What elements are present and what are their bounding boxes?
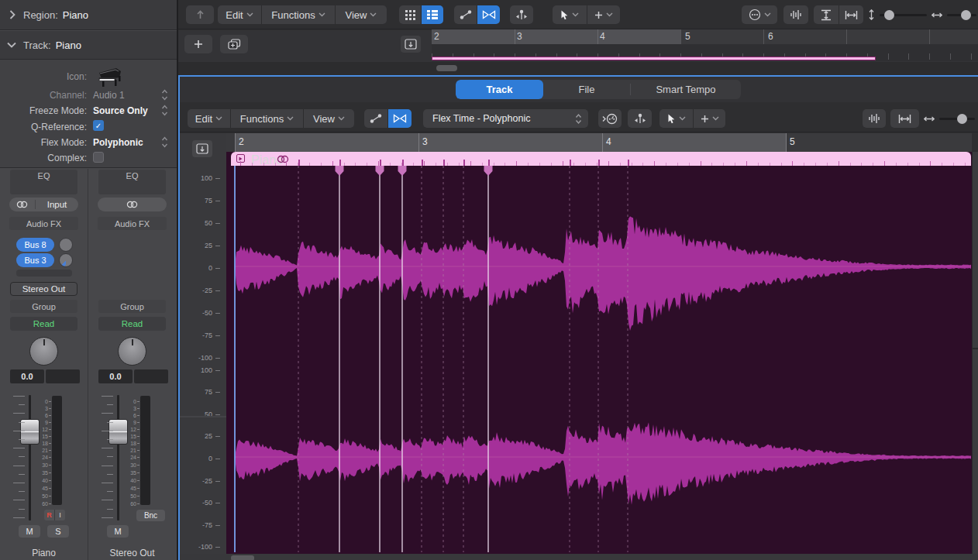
flex-mode-dropdown[interactable]: Flex Time - Polyphonic bbox=[423, 109, 588, 128]
output-button-left[interactable]: Stereo Out bbox=[10, 282, 77, 296]
editor-flex-button[interactable] bbox=[388, 109, 412, 128]
horizontal-zoom-button[interactable] bbox=[839, 5, 863, 24]
catch-playhead-button[interactable] bbox=[401, 36, 421, 53]
tab-track[interactable]: Track bbox=[456, 80, 543, 99]
send-slot-bus8[interactable]: Bus 8 bbox=[16, 238, 54, 252]
editor-zoom-fit-button[interactable] bbox=[890, 109, 919, 128]
automation-mode-right[interactable]: Read bbox=[98, 317, 166, 331]
automation-button[interactable] bbox=[454, 5, 477, 24]
input-monitor-button[interactable]: I bbox=[55, 510, 65, 520]
meter-scale-dash bbox=[137, 450, 139, 451]
track-icon-piano[interactable] bbox=[93, 62, 124, 88]
grid-view-button[interactable] bbox=[399, 5, 421, 24]
pan-knob-right[interactable] bbox=[118, 337, 146, 366]
group-slot-left[interactable]: Group bbox=[10, 300, 77, 313]
editor-zoom-slider[interactable] bbox=[924, 109, 975, 128]
prelisten-button[interactable] bbox=[598, 109, 622, 128]
editor-ruler[interactable]: 2345 bbox=[226, 133, 972, 152]
transient-editing-button[interactable] bbox=[510, 5, 533, 24]
gain-value-left[interactable] bbox=[46, 369, 80, 383]
more-options-group bbox=[742, 5, 777, 24]
send-slot-empty[interactable] bbox=[16, 270, 72, 277]
menu-edit[interactable]: Edit bbox=[218, 5, 261, 24]
group-slot-right[interactable]: Group bbox=[98, 300, 166, 313]
slider-thumb[interactable] bbox=[961, 10, 971, 20]
mini-region-bar[interactable] bbox=[432, 57, 876, 60]
vertical-zoom-slider[interactable] bbox=[868, 5, 927, 24]
vertical-zoom-button[interactable] bbox=[814, 5, 839, 24]
slider-thumb[interactable] bbox=[884, 10, 894, 20]
complex-checkbox[interactable] bbox=[93, 152, 104, 163]
audio-fx-slot-left[interactable]: Audio FX bbox=[9, 217, 78, 230]
horizontal-scroll-handle[interactable] bbox=[436, 65, 457, 71]
mute-button-left[interactable]: M bbox=[19, 525, 40, 538]
mute-button-right[interactable]: M bbox=[107, 525, 129, 538]
record-enable-button[interactable]: R bbox=[44, 510, 54, 520]
amp-scale-value: -75 bbox=[180, 521, 212, 529]
eq-thumbnail-left[interactable]: EQ bbox=[10, 170, 77, 194]
solo-button-left[interactable]: S bbox=[47, 525, 69, 538]
menu-functions[interactable]: Functions bbox=[262, 5, 335, 24]
zoom-group bbox=[814, 5, 863, 24]
flex-mode-value[interactable]: Polyphonic bbox=[93, 137, 143, 148]
more-options-button[interactable] bbox=[742, 5, 777, 24]
send-knob-bus3[interactable] bbox=[59, 253, 73, 267]
send-slot-bus3[interactable]: Bus 3 bbox=[16, 253, 54, 267]
bar-number: 5 bbox=[685, 31, 690, 42]
amp-scale-value: 25 bbox=[180, 432, 212, 440]
input-button-right[interactable] bbox=[98, 198, 167, 211]
tracks-ruler[interactable]: 23456 bbox=[432, 29, 978, 44]
q-reference-checkbox[interactable]: ✓ bbox=[93, 120, 104, 131]
meter-scale-value: 12 bbox=[31, 427, 48, 432]
vertical-scrollbar-track[interactable] bbox=[972, 152, 978, 554]
waveform-display[interactable] bbox=[226, 166, 972, 552]
freeze-mode-stepper-icon[interactable] bbox=[161, 105, 168, 116]
waveform-zoom-button[interactable] bbox=[783, 5, 808, 24]
menu-view[interactable]: View bbox=[336, 5, 387, 24]
volume-value-left[interactable]: 0.0 bbox=[10, 369, 44, 383]
editor-menu-functions[interactable]: Functions bbox=[231, 109, 303, 128]
horizontal-zoom-slider[interactable] bbox=[932, 5, 976, 24]
command-click-tool[interactable] bbox=[587, 5, 620, 24]
editor-menu-view[interactable]: View bbox=[304, 109, 354, 128]
slider-thumb[interactable] bbox=[957, 114, 967, 124]
amp-scale-value: 100 bbox=[180, 366, 212, 374]
duplicate-track-button[interactable] bbox=[220, 35, 248, 53]
editor-waveform-zoom-button[interactable] bbox=[863, 109, 886, 128]
link-back-button[interactable] bbox=[186, 5, 214, 24]
eq-thumbnail-right[interactable]: EQ bbox=[98, 170, 166, 194]
editor-automation-button[interactable] bbox=[364, 109, 387, 128]
automation-mode-left[interactable]: Read bbox=[10, 317, 77, 331]
editor-left-click-tool[interactable] bbox=[659, 109, 693, 128]
list-view-button[interactable] bbox=[422, 5, 443, 24]
freeze-mode-value[interactable]: Source Only bbox=[93, 105, 148, 116]
meter-scale-dash bbox=[137, 496, 139, 496]
region-header-label: Region: bbox=[23, 9, 58, 21]
region-header[interactable]: Piano bbox=[231, 152, 971, 166]
tab-smart-tempo[interactable]: Smart Tempo bbox=[631, 80, 741, 99]
input-button-left[interactable]: Input bbox=[9, 198, 78, 211]
gain-value-right[interactable] bbox=[134, 369, 168, 383]
channel-stepper-icon[interactable] bbox=[161, 89, 168, 101]
bounce-button[interactable]: Bnc bbox=[136, 510, 165, 521]
editor-tab-bar: Track File Smart Tempo bbox=[180, 77, 978, 102]
editor-menu-edit[interactable]: Edit bbox=[188, 109, 230, 128]
volume-value-right[interactable]: 0.0 bbox=[98, 369, 133, 383]
pan-knob-left[interactable] bbox=[29, 337, 58, 366]
editor-command-click-tool[interactable] bbox=[694, 109, 725, 128]
flex-mode-stepper-icon[interactable] bbox=[161, 136, 168, 148]
flex-button[interactable] bbox=[477, 5, 500, 24]
track-inspector-header[interactable]: Track: Piano bbox=[0, 31, 177, 60]
fader-tick bbox=[102, 466, 113, 466]
editor-transient-button[interactable] bbox=[628, 109, 652, 128]
tab-file[interactable]: File bbox=[543, 80, 630, 99]
add-track-button[interactable] bbox=[184, 35, 212, 53]
audio-fx-slot-right[interactable]: Audio FX bbox=[98, 217, 167, 230]
send-knob-bus8[interactable] bbox=[59, 238, 73, 252]
left-click-tool[interactable] bbox=[553, 5, 587, 24]
channel-param-value[interactable]: Audio 1 bbox=[93, 90, 125, 101]
bar-line bbox=[786, 133, 787, 152]
editor-horizontal-scroll-handle[interactable] bbox=[231, 555, 254, 560]
region-inspector-header[interactable]: Region: Piano bbox=[0, 0, 177, 30]
meter-scale-dash bbox=[49, 436, 51, 437]
